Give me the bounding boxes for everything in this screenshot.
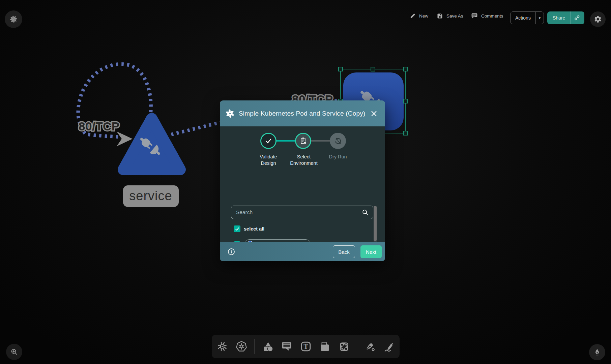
step-validate-design[interactable]	[260, 133, 277, 149]
shapes-icon	[261, 340, 273, 353]
freehand-draw-tool-button[interactable]	[383, 340, 396, 353]
scrollbar-thumb[interactable]	[374, 206, 377, 241]
zoom-button[interactable]	[6, 344, 22, 360]
check-icon	[235, 226, 240, 232]
step-select-environment[interactable]	[295, 133, 311, 149]
meshery-menu-button[interactable]	[5, 10, 22, 28]
search-input[interactable]	[231, 209, 361, 215]
environment-search	[231, 206, 373, 219]
search-icon[interactable]	[361, 209, 369, 216]
dry-run-icon	[333, 136, 342, 145]
svg-text:T: T	[303, 343, 308, 350]
info-icon	[227, 248, 235, 256]
meshery-design-canvas[interactable]: 80/TCP service	[0, 0, 611, 364]
zoom-in-icon	[10, 348, 18, 356]
comment-tool-button[interactable]	[280, 340, 293, 353]
pencil-scribble-icon	[383, 340, 395, 353]
modal-title: Simple Kubernetes Pod and Service (Copy)	[239, 110, 368, 117]
circuit-icon	[216, 340, 228, 353]
check-icon	[264, 137, 272, 145]
stepper-connector-inactive	[311, 140, 330, 142]
edge-label-80tcp: 80/TCP	[79, 120, 120, 133]
link-nodes-icon	[338, 340, 350, 353]
dock-divider	[357, 339, 357, 354]
node-label-service: service	[123, 185, 179, 207]
components-tool-button[interactable]	[216, 340, 229, 353]
kubernetes-tool-button[interactable]	[235, 340, 248, 353]
deploy-design-modal: Simple Kubernetes Pod and Service (Copy)	[220, 100, 385, 261]
select-all-label: select all	[244, 226, 264, 232]
text-tool-icon: T	[300, 340, 312, 353]
edge-arrowhead	[117, 131, 133, 146]
step-label-validate-design: Validate Design	[254, 154, 283, 166]
step-label-select-environment: Select Environment	[288, 154, 320, 166]
comment-icon	[281, 340, 293, 353]
modal-body: Validate Design Select Environment Dry R…	[220, 126, 385, 242]
pen-tool-button[interactable]	[363, 340, 376, 353]
step-dry-run[interactable]	[330, 133, 346, 149]
shapes-tool-button[interactable]	[261, 340, 274, 353]
select-all-checkbox[interactable]	[234, 225, 240, 232]
node-service-triangle[interactable]	[123, 119, 180, 170]
meshery-logo-icon	[9, 15, 18, 24]
back-button[interactable]: Back	[333, 245, 355, 258]
modal-header: Simple Kubernetes Pod and Service (Copy)	[220, 100, 385, 126]
kubernetes-icon	[235, 340, 248, 353]
image-tool-button[interactable]	[318, 340, 331, 353]
bezier-pen-icon	[364, 340, 376, 353]
stepper-connector-active	[276, 140, 296, 142]
info-button[interactable]	[227, 248, 235, 256]
connect-nodes-tool-button[interactable]	[338, 340, 350, 353]
dock-divider	[254, 339, 255, 354]
text-tool-button[interactable]: T	[299, 340, 312, 353]
close-button[interactable]	[368, 108, 380, 119]
tools-dock: T	[212, 335, 400, 358]
svg-text:service: service	[129, 189, 172, 203]
modal-footer: Back Next	[220, 242, 385, 261]
meshery-logo-icon	[225, 109, 235, 118]
pen-nib-icon	[593, 348, 601, 356]
next-button[interactable]: Next	[360, 245, 382, 258]
pen-mode-button[interactable]	[589, 344, 605, 360]
clipboard-gear-icon	[299, 136, 308, 145]
close-icon	[370, 110, 378, 117]
image-icon	[319, 340, 331, 353]
step-label-dry-run: Dry Run	[322, 154, 354, 160]
